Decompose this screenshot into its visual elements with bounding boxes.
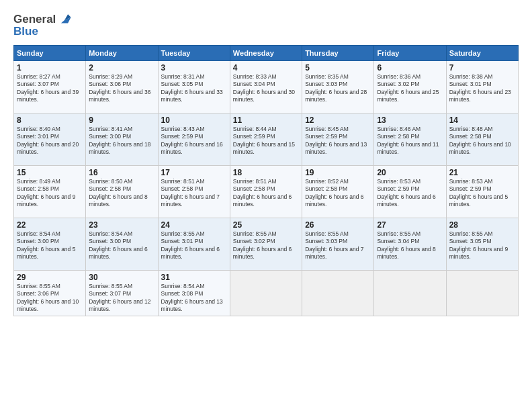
- day-number: 20: [377, 168, 443, 177]
- day-number: 16: [89, 168, 154, 177]
- day-info: Sunrise: 8:43 AM Sunset: 2:59 PM Dayligh…: [161, 126, 227, 156]
- logo-blue-text: Blue: [13, 25, 72, 38]
- weekday-header-thursday: Thursday: [302, 46, 374, 61]
- day-number: 31: [161, 273, 227, 282]
- calendar-cell: 30 Sunrise: 8:55 AM Sunset: 3:07 PM Dayl…: [86, 271, 158, 316]
- logo-icon: [57, 12, 72, 27]
- day-info: Sunrise: 8:51 AM Sunset: 2:58 PM Dayligh…: [233, 178, 299, 209]
- day-info: Sunrise: 8:55 AM Sunset: 3:04 PM Dayligh…: [377, 230, 443, 261]
- calendar-cell: 15 Sunrise: 8:49 AM Sunset: 2:58 PM Dayl…: [14, 166, 86, 218]
- calendar-cell: 10 Sunrise: 8:43 AM Sunset: 2:59 PM Dayl…: [158, 113, 230, 166]
- calendar-cell: 3 Sunrise: 8:31 AM Sunset: 3:05 PM Dayli…: [158, 61, 230, 113]
- day-number: 12: [305, 116, 371, 125]
- day-number: 4: [233, 63, 299, 73]
- day-info: Sunrise: 8:36 AM Sunset: 3:02 PM Dayligh…: [377, 73, 443, 104]
- day-number: 2: [89, 63, 154, 73]
- calendar-cell: [446, 271, 518, 316]
- day-number: 15: [17, 168, 83, 177]
- day-number: 13: [377, 116, 443, 125]
- calendar-cell: 14 Sunrise: 8:48 AM Sunset: 2:58 PM Dayl…: [446, 113, 518, 166]
- day-number: 1: [17, 63, 83, 73]
- weekday-header-sunday: Sunday: [14, 46, 86, 61]
- day-info: Sunrise: 8:48 AM Sunset: 2:58 PM Dayligh…: [449, 126, 515, 156]
- calendar-cell: 9 Sunrise: 8:41 AM Sunset: 3:00 PM Dayli…: [86, 113, 158, 166]
- calendar-cell: 31 Sunrise: 8:54 AM Sunset: 3:08 PM Dayl…: [158, 271, 230, 316]
- week-row-4: 22 Sunrise: 8:54 AM Sunset: 3:00 PM Dayl…: [14, 218, 519, 271]
- day-info: Sunrise: 8:53 AM Sunset: 2:59 PM Dayligh…: [377, 178, 443, 209]
- day-info: Sunrise: 8:52 AM Sunset: 2:58 PM Dayligh…: [305, 178, 371, 209]
- day-number: 29: [17, 273, 83, 282]
- day-info: Sunrise: 8:54 AM Sunset: 3:00 PM Dayligh…: [17, 230, 83, 261]
- calendar-cell: 11 Sunrise: 8:44 AM Sunset: 2:59 PM Dayl…: [230, 113, 302, 166]
- logo-general-text: General: [13, 13, 56, 26]
- calendar-cell: 22 Sunrise: 8:54 AM Sunset: 3:00 PM Dayl…: [14, 218, 86, 271]
- day-info: Sunrise: 8:53 AM Sunset: 2:59 PM Dayligh…: [449, 178, 515, 209]
- calendar-cell: 8 Sunrise: 8:40 AM Sunset: 3:01 PM Dayli…: [14, 113, 86, 166]
- calendar-cell: [230, 271, 302, 316]
- day-number: 17: [161, 168, 227, 177]
- logo: General Blue: [13, 12, 72, 38]
- calendar-cell: 24 Sunrise: 8:55 AM Sunset: 3:01 PM Dayl…: [158, 218, 230, 271]
- day-number: 27: [377, 220, 443, 230]
- day-info: Sunrise: 8:38 AM Sunset: 3:01 PM Dayligh…: [449, 73, 515, 104]
- day-number: 3: [161, 63, 227, 73]
- calendar-cell: 2 Sunrise: 8:29 AM Sunset: 3:06 PM Dayli…: [86, 61, 158, 113]
- day-info: Sunrise: 8:29 AM Sunset: 3:06 PM Dayligh…: [89, 73, 154, 104]
- calendar: SundayMondayTuesdayWednesdayThursdayFrid…: [13, 45, 519, 316]
- day-info: Sunrise: 8:45 AM Sunset: 2:59 PM Dayligh…: [305, 126, 371, 156]
- day-number: 11: [233, 116, 299, 125]
- calendar-cell: 23 Sunrise: 8:54 AM Sunset: 3:00 PM Dayl…: [86, 218, 158, 271]
- day-info: Sunrise: 8:41 AM Sunset: 3:00 PM Dayligh…: [89, 126, 154, 156]
- day-info: Sunrise: 8:31 AM Sunset: 3:05 PM Dayligh…: [161, 73, 227, 104]
- day-number: 25: [233, 220, 299, 230]
- day-number: 26: [305, 220, 371, 230]
- day-number: 28: [449, 220, 515, 230]
- calendar-cell: 5 Sunrise: 8:35 AM Sunset: 3:03 PM Dayli…: [302, 61, 374, 113]
- day-info: Sunrise: 8:54 AM Sunset: 3:00 PM Dayligh…: [89, 230, 154, 261]
- calendar-cell: 12 Sunrise: 8:45 AM Sunset: 2:59 PM Dayl…: [302, 113, 374, 166]
- day-info: Sunrise: 8:55 AM Sunset: 3:02 PM Dayligh…: [233, 230, 299, 261]
- calendar-cell: 6 Sunrise: 8:36 AM Sunset: 3:02 PM Dayli…: [374, 61, 446, 113]
- calendar-cell: 7 Sunrise: 8:38 AM Sunset: 3:01 PM Dayli…: [446, 61, 518, 113]
- weekday-header-saturday: Saturday: [446, 46, 518, 61]
- day-info: Sunrise: 8:27 AM Sunset: 3:07 PM Dayligh…: [17, 73, 83, 104]
- calendar-cell: 27 Sunrise: 8:55 AM Sunset: 3:04 PM Dayl…: [374, 218, 446, 271]
- calendar-cell: 16 Sunrise: 8:50 AM Sunset: 2:58 PM Dayl…: [86, 166, 158, 218]
- day-number: 23: [89, 220, 154, 230]
- day-number: 30: [89, 273, 154, 282]
- week-row-1: 1 Sunrise: 8:27 AM Sunset: 3:07 PM Dayli…: [14, 61, 519, 113]
- calendar-cell: 1 Sunrise: 8:27 AM Sunset: 3:07 PM Dayli…: [14, 61, 86, 113]
- week-row-5: 29 Sunrise: 8:55 AM Sunset: 3:06 PM Dayl…: [14, 271, 519, 316]
- day-number: 19: [305, 168, 371, 177]
- calendar-cell: 25 Sunrise: 8:55 AM Sunset: 3:02 PM Dayl…: [230, 218, 302, 271]
- weekday-header-monday: Monday: [86, 46, 158, 61]
- weekday-header-friday: Friday: [374, 46, 446, 61]
- day-info: Sunrise: 8:46 AM Sunset: 2:58 PM Dayligh…: [377, 126, 443, 156]
- day-info: Sunrise: 8:55 AM Sunset: 3:07 PM Dayligh…: [89, 283, 154, 314]
- day-number: 7: [449, 63, 515, 73]
- day-number: 5: [305, 63, 371, 73]
- day-info: Sunrise: 8:54 AM Sunset: 3:08 PM Dayligh…: [161, 283, 227, 314]
- day-info: Sunrise: 8:55 AM Sunset: 3:06 PM Dayligh…: [17, 283, 83, 314]
- weekday-header-wednesday: Wednesday: [230, 46, 302, 61]
- day-info: Sunrise: 8:44 AM Sunset: 2:59 PM Dayligh…: [233, 126, 299, 156]
- calendar-cell: 18 Sunrise: 8:51 AM Sunset: 2:58 PM Dayl…: [230, 166, 302, 218]
- day-number: 21: [449, 168, 515, 177]
- day-info: Sunrise: 8:35 AM Sunset: 3:03 PM Dayligh…: [305, 73, 371, 104]
- calendar-cell: [302, 271, 374, 316]
- week-row-2: 8 Sunrise: 8:40 AM Sunset: 3:01 PM Dayli…: [14, 113, 519, 166]
- day-info: Sunrise: 8:51 AM Sunset: 2:58 PM Dayligh…: [161, 178, 227, 209]
- weekday-header-row: SundayMondayTuesdayWednesdayThursdayFrid…: [14, 46, 519, 61]
- day-number: 22: [17, 220, 83, 230]
- page: General Blue SundayMondayTuesdayWednesda…: [0, 0, 532, 411]
- day-info: Sunrise: 8:49 AM Sunset: 2:58 PM Dayligh…: [17, 178, 83, 209]
- calendar-cell: 20 Sunrise: 8:53 AM Sunset: 2:59 PM Dayl…: [374, 166, 446, 218]
- header: General Blue: [13, 12, 519, 38]
- day-info: Sunrise: 8:55 AM Sunset: 3:03 PM Dayligh…: [305, 230, 371, 261]
- week-row-3: 15 Sunrise: 8:49 AM Sunset: 2:58 PM Dayl…: [14, 166, 519, 218]
- calendar-cell: 28 Sunrise: 8:55 AM Sunset: 3:05 PM Dayl…: [446, 218, 518, 271]
- day-number: 8: [17, 116, 83, 125]
- day-number: 10: [161, 116, 227, 125]
- calendar-cell: 19 Sunrise: 8:52 AM Sunset: 2:58 PM Dayl…: [302, 166, 374, 218]
- day-number: 24: [161, 220, 227, 230]
